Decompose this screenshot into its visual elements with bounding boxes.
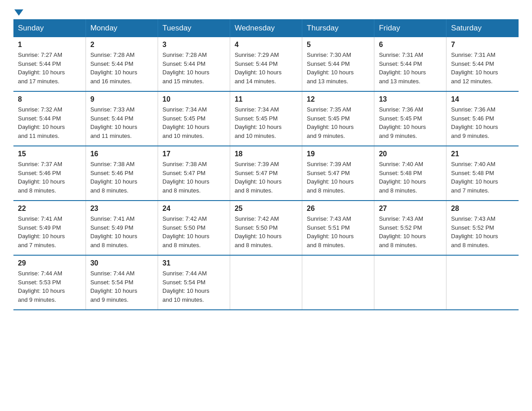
header-cell-friday: Friday (374, 19, 446, 37)
calendar-header: SundayMondayTuesdayWednesdayThursdayFrid… (13, 19, 519, 37)
day-cell: 7 Sunrise: 7:31 AMSunset: 5:44 PMDayligh… (446, 37, 519, 91)
week-row-4: 22 Sunrise: 7:41 AMSunset: 5:49 PMDaylig… (13, 201, 519, 255)
day-number: 31 (163, 259, 225, 267)
day-info: Sunrise: 7:31 AMSunset: 5:44 PMDaylight:… (379, 51, 426, 85)
day-info: Sunrise: 7:28 AMSunset: 5:44 PMDaylight:… (90, 51, 137, 85)
day-info: Sunrise: 7:38 AMSunset: 5:47 PMDaylight:… (163, 161, 210, 194)
day-number: 29 (18, 259, 81, 267)
day-cell: 27 Sunrise: 7:43 AMSunset: 5:52 PMDaylig… (374, 201, 446, 255)
day-cell: 26 Sunrise: 7:43 AMSunset: 5:51 PMDaylig… (302, 201, 374, 255)
day-info: Sunrise: 7:36 AMSunset: 5:45 PMDaylight:… (379, 106, 426, 139)
day-info: Sunrise: 7:43 AMSunset: 5:52 PMDaylight:… (379, 215, 426, 248)
day-info: Sunrise: 7:32 AMSunset: 5:44 PMDaylight:… (18, 106, 65, 139)
day-number: 25 (235, 205, 297, 213)
day-info: Sunrise: 7:43 AMSunset: 5:51 PMDaylight:… (307, 215, 354, 248)
day-number: 24 (163, 205, 225, 213)
day-cell: 30 Sunrise: 7:44 AMSunset: 5:54 PMDaylig… (86, 255, 158, 310)
header-cell-sunday: Sunday (13, 19, 86, 37)
day-info: Sunrise: 7:35 AMSunset: 5:45 PMDaylight:… (307, 106, 354, 139)
day-info: Sunrise: 7:37 AMSunset: 5:46 PMDaylight:… (18, 161, 65, 194)
day-number: 7 (451, 41, 514, 49)
day-info: Sunrise: 7:41 AMSunset: 5:49 PMDaylight:… (18, 215, 65, 248)
day-info: Sunrise: 7:39 AMSunset: 5:47 PMDaylight:… (235, 161, 282, 194)
day-cell: 10 Sunrise: 7:34 AMSunset: 5:45 PMDaylig… (158, 91, 230, 146)
day-cell: 29 Sunrise: 7:44 AMSunset: 5:53 PMDaylig… (13, 255, 86, 310)
day-info: Sunrise: 7:40 AMSunset: 5:48 PMDaylight:… (379, 161, 426, 194)
day-cell: 21 Sunrise: 7:40 AMSunset: 5:48 PMDaylig… (446, 146, 519, 201)
day-cell: 22 Sunrise: 7:41 AMSunset: 5:49 PMDaylig… (13, 201, 86, 255)
day-number: 30 (90, 259, 153, 267)
header-cell-thursday: Thursday (302, 19, 374, 37)
day-info: Sunrise: 7:38 AMSunset: 5:46 PMDaylight:… (90, 161, 137, 194)
day-cell (230, 255, 302, 310)
day-number: 9 (90, 95, 153, 103)
day-info: Sunrise: 7:42 AMSunset: 5:50 PMDaylight:… (235, 215, 282, 248)
day-info: Sunrise: 7:36 AMSunset: 5:46 PMDaylight:… (451, 106, 498, 139)
day-info: Sunrise: 7:27 AMSunset: 5:44 PMDaylight:… (18, 51, 65, 85)
week-row-2: 8 Sunrise: 7:32 AMSunset: 5:44 PMDayligh… (13, 91, 519, 146)
day-cell: 25 Sunrise: 7:42 AMSunset: 5:50 PMDaylig… (230, 201, 302, 255)
day-cell: 5 Sunrise: 7:30 AMSunset: 5:44 PMDayligh… (302, 37, 374, 91)
calendar-body: 1 Sunrise: 7:27 AMSunset: 5:44 PMDayligh… (13, 37, 519, 310)
day-info: Sunrise: 7:34 AMSunset: 5:45 PMDaylight:… (163, 106, 210, 139)
day-cell: 9 Sunrise: 7:33 AMSunset: 5:44 PMDayligh… (86, 91, 158, 146)
day-number: 28 (451, 205, 514, 213)
day-cell: 2 Sunrise: 7:28 AMSunset: 5:44 PMDayligh… (86, 37, 158, 91)
day-number: 20 (379, 150, 442, 158)
day-cell (374, 255, 446, 310)
day-cell: 1 Sunrise: 7:27 AMSunset: 5:44 PMDayligh… (13, 37, 86, 91)
day-cell: 31 Sunrise: 7:44 AMSunset: 5:54 PMDaylig… (158, 255, 230, 310)
day-number: 17 (163, 150, 225, 158)
day-number: 14 (451, 95, 514, 103)
day-info: Sunrise: 7:28 AMSunset: 5:44 PMDaylight:… (163, 51, 210, 85)
day-info: Sunrise: 7:40 AMSunset: 5:48 PMDaylight:… (451, 161, 498, 194)
day-info: Sunrise: 7:42 AMSunset: 5:50 PMDaylight:… (163, 215, 210, 248)
day-info: Sunrise: 7:39 AMSunset: 5:47 PMDaylight:… (307, 161, 354, 194)
day-number: 12 (307, 95, 369, 103)
header-cell-tuesday: Tuesday (158, 19, 230, 37)
day-info: Sunrise: 7:34 AMSunset: 5:45 PMDaylight:… (235, 106, 282, 139)
day-number: 21 (451, 150, 514, 158)
day-number: 3 (163, 41, 225, 49)
day-number: 2 (90, 41, 153, 49)
day-number: 22 (18, 205, 81, 213)
logo-triangle-icon (14, 9, 23, 16)
day-number: 15 (18, 150, 81, 158)
week-row-3: 15 Sunrise: 7:37 AMSunset: 5:46 PMDaylig… (13, 146, 519, 201)
day-cell: 28 Sunrise: 7:43 AMSunset: 5:52 PMDaylig… (446, 201, 519, 255)
day-cell: 4 Sunrise: 7:29 AMSunset: 5:44 PMDayligh… (230, 37, 302, 91)
day-number: 10 (163, 95, 225, 103)
day-number: 23 (90, 205, 153, 213)
week-row-5: 29 Sunrise: 7:44 AMSunset: 5:53 PMDaylig… (13, 255, 519, 310)
day-number: 26 (307, 205, 369, 213)
day-cell: 6 Sunrise: 7:31 AMSunset: 5:44 PMDayligh… (374, 37, 446, 91)
day-cell: 15 Sunrise: 7:37 AMSunset: 5:46 PMDaylig… (13, 146, 86, 201)
day-cell: 11 Sunrise: 7:34 AMSunset: 5:45 PMDaylig… (230, 91, 302, 146)
day-info: Sunrise: 7:41 AMSunset: 5:49 PMDaylight:… (90, 215, 137, 248)
day-info: Sunrise: 7:30 AMSunset: 5:44 PMDaylight:… (307, 51, 354, 85)
day-cell: 17 Sunrise: 7:38 AMSunset: 5:47 PMDaylig… (158, 146, 230, 201)
day-cell: 3 Sunrise: 7:28 AMSunset: 5:44 PMDayligh… (158, 37, 230, 91)
day-cell: 24 Sunrise: 7:42 AMSunset: 5:50 PMDaylig… (158, 201, 230, 255)
day-number: 16 (90, 150, 153, 158)
day-info: Sunrise: 7:33 AMSunset: 5:44 PMDaylight:… (90, 106, 137, 139)
header-row: SundayMondayTuesdayWednesdayThursdayFrid… (13, 19, 519, 37)
day-number: 27 (379, 205, 442, 213)
header-cell-saturday: Saturday (446, 19, 519, 37)
day-number: 6 (379, 41, 442, 49)
day-info: Sunrise: 7:29 AMSunset: 5:44 PMDaylight:… (235, 51, 282, 85)
day-cell: 16 Sunrise: 7:38 AMSunset: 5:46 PMDaylig… (86, 146, 158, 201)
day-number: 8 (18, 95, 81, 103)
day-info: Sunrise: 7:43 AMSunset: 5:52 PMDaylight:… (451, 215, 498, 248)
day-cell (446, 255, 519, 310)
day-number: 13 (379, 95, 442, 103)
day-number: 11 (235, 95, 297, 103)
day-cell: 23 Sunrise: 7:41 AMSunset: 5:49 PMDaylig… (86, 201, 158, 255)
header-cell-wednesday: Wednesday (230, 19, 302, 37)
day-cell: 19 Sunrise: 7:39 AMSunset: 5:47 PMDaylig… (302, 146, 374, 201)
week-row-1: 1 Sunrise: 7:27 AMSunset: 5:44 PMDayligh… (13, 37, 519, 91)
logo (13, 9, 23, 15)
day-number: 19 (307, 150, 369, 158)
day-info: Sunrise: 7:44 AMSunset: 5:53 PMDaylight:… (18, 270, 65, 303)
day-number: 18 (235, 150, 297, 158)
